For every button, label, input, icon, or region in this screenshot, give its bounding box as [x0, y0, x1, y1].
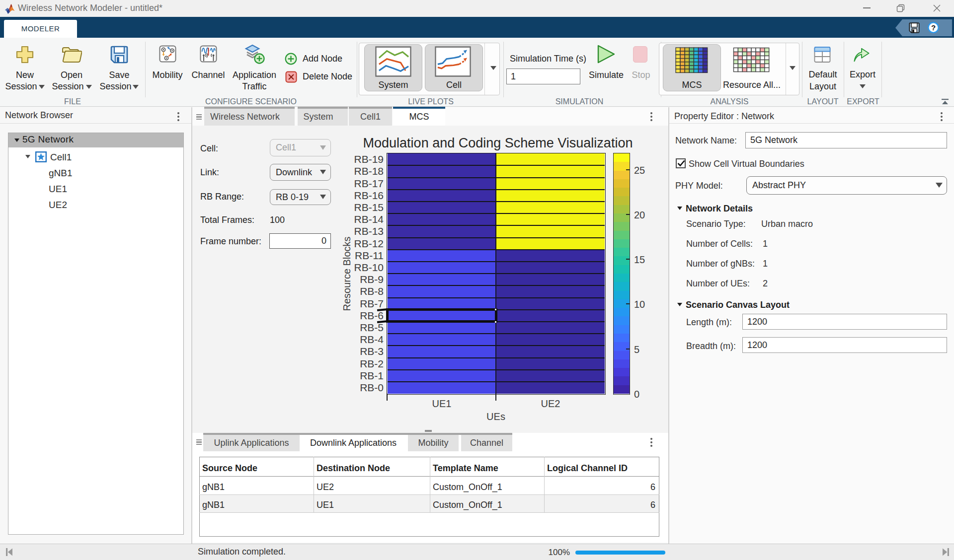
svg-text:?: ?	[931, 23, 936, 32]
